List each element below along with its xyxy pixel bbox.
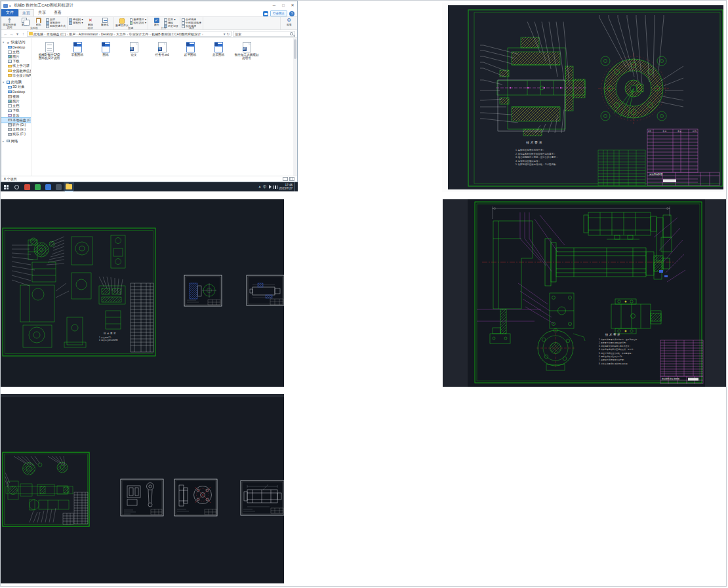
sidebar-item[interactable]: 3D 对象 (1, 85, 31, 89)
breadcrumb[interactable]: 此电脑本地磁盘 (C:)用户AdministratorDesktop大文件毕业设… (27, 31, 232, 37)
easy-access-button[interactable]: 轻松访问▾ (130, 22, 147, 25)
refresh-icon[interactable]: ↻ (226, 32, 230, 36)
recent-locations-chevron[interactable]: ▾ (15, 31, 20, 36)
sidebar-item[interactable]: 全国教师信息管理C (1, 68, 31, 73)
item-count: 8 个项目 (4, 177, 17, 182)
sidebar-item[interactable]: 音乐 (1, 113, 31, 117)
sidebar-item-icon (8, 100, 12, 103)
breadcrumb-item[interactable]: 用户 (69, 32, 79, 36)
file-item[interactable]: 起草图纸 (178, 42, 203, 56)
clock[interactable]: 17:46 2023/7/27 (279, 184, 293, 190)
options-button[interactable]: ⚙ 选项 (282, 18, 296, 26)
show-desktop-button[interactable] (294, 182, 296, 191)
copy-to-icon (69, 22, 72, 25)
sidebar-item[interactable]: 软件 (D:) (1, 123, 31, 127)
taskbar-app-2[interactable] (32, 182, 43, 191)
breadcrumb-item[interactable]: 本地磁盘 (C:) (47, 32, 69, 36)
search-box[interactable] (233, 31, 295, 37)
ribbon-group-organize: 移动到▾ 复制到▾ ✕ 删除 重命名 组织 (68, 17, 114, 29)
breadcrumb-item[interactable]: 大文件 (116, 32, 129, 36)
paste-button[interactable]: 粘贴 (31, 18, 45, 26)
navigation-pane: ▾ ★ 快速访问 Desktop (1, 38, 31, 176)
sidebar-item[interactable]: Desktop (1, 45, 31, 50)
file-item[interactable]: 总装图纸 (206, 42, 231, 56)
back-button[interactable]: ← (3, 32, 8, 36)
maximize-button[interactable]: □ (279, 1, 288, 10)
quick-access-header[interactable]: ▾ ★ 快速访问 (1, 40, 31, 45)
netdisk-login-button[interactable]: 登录网盘 (270, 10, 287, 16)
taskbar-app-3[interactable] (43, 182, 53, 191)
file-item[interactable]: 装配图纸 (65, 42, 90, 56)
details-view-icon[interactable] (283, 177, 288, 181)
sidebar-item[interactable]: 下载 (1, 108, 31, 113)
file-item[interactable]: 机械B-数控CAD图纸机设计说明 (37, 42, 62, 60)
copy-icon (22, 18, 27, 23)
qat-customize-icon[interactable]: ▾ (9, 4, 11, 8)
tab-view[interactable]: 查看 (50, 9, 66, 16)
breadcrumb-item[interactable]: 此电脑 (33, 32, 47, 36)
file-item[interactable]: 任务书.wd (150, 42, 174, 56)
properties-button[interactable]: ✓ 属性 (150, 18, 163, 26)
start-button[interactable] (1, 182, 11, 191)
volume-icon[interactable] (269, 185, 272, 189)
thumbnail-view-icon[interactable] (289, 177, 294, 181)
search-input[interactable] (235, 32, 290, 36)
bom-header-cell: 序号 (648, 130, 651, 132)
tray-chevron-up-icon[interactable]: ∧ (258, 185, 261, 189)
sidebar-item[interactable]: 图片 (1, 54, 31, 59)
sidebar-item[interactable]: 文档 (1, 104, 31, 108)
network-tray-icon[interactable] (273, 186, 277, 189)
file-item[interactable]: 论文 (121, 42, 146, 56)
copy-to-button[interactable]: 复制到▾ (69, 22, 83, 25)
sidebar-item[interactable]: 视频 (1, 94, 31, 99)
close-button[interactable]: ✕ (288, 1, 297, 10)
sidebar-item[interactable]: 毕业设计WPCF (1, 73, 31, 78)
copy-button[interactable]: 复制 (17, 18, 31, 26)
rename-button[interactable]: 重命名 (98, 18, 112, 26)
network-header[interactable]: ▸ 网络 (1, 138, 31, 144)
status-bar: 8 个项目 (1, 176, 297, 182)
file-name: 起草图纸 (184, 53, 196, 56)
taskbar-app-4[interactable] (53, 182, 64, 191)
sidebar-item[interactable]: 文档 (E:) (1, 127, 31, 132)
sidebar-item-icon (8, 128, 12, 131)
forward-button[interactable]: → (9, 32, 14, 36)
breadcrumb-item[interactable]: 毕业设计文件 (129, 32, 152, 36)
sidebar-item[interactable]: Desktop (1, 90, 31, 94)
file-icon (45, 42, 54, 52)
minimize-button[interactable]: ─ (270, 1, 279, 10)
sidebar-item[interactable]: 线上学习课 (1, 64, 31, 68)
sidebar-item[interactable]: 图片 (1, 99, 31, 104)
cortana-search-button[interactable] (11, 182, 22, 191)
tab-share[interactable]: 共享 (34, 9, 50, 16)
new-folder-button[interactable]: 新建文件夹 (115, 18, 129, 27)
cad-sheet-multiview: 技术要求 1. 未注倒角C1；2. 调质处理220-250HB。 (1, 199, 284, 387)
sidebar-item[interactable]: 下载 (1, 59, 31, 64)
breadcrumb-item[interactable]: 机械B 数控加工CAD图纸和机设计 (152, 32, 204, 36)
properties-icon: ✓ (154, 18, 159, 23)
tab-file[interactable]: 文件 (1, 9, 18, 16)
taskbar-explorer-button[interactable] (64, 182, 74, 191)
taskbar-app-1[interactable] (22, 182, 32, 191)
tech-requirements-title: 技术要求 (605, 333, 621, 336)
this-pc-header[interactable]: ▾ 此电脑 (1, 80, 31, 85)
sidebar-item[interactable]: 文档 (1, 50, 31, 54)
title-block-name: 减速器装配图 (649, 173, 662, 176)
address-folder-icon (29, 32, 33, 35)
file-item[interactable]: 数控加工大纲规划说明书 (234, 42, 259, 60)
delete-button[interactable]: ✕ 删除 (84, 18, 98, 26)
bom-header-cell: 数量 (678, 130, 681, 132)
breadcrumb-item[interactable]: Administrator (79, 32, 101, 36)
scrollbar-thumb[interactable] (294, 39, 296, 59)
breadcrumb-item[interactable]: Desktop (101, 32, 116, 36)
ribbon-group-select: 全部选择 全部取消选择 反向选择 选择 (180, 17, 203, 29)
ime-indicator[interactable]: 中 (263, 185, 267, 189)
scrollbar[interactable] (293, 38, 297, 176)
tab-home[interactable]: 主页 (18, 9, 34, 16)
file-item[interactable]: 图纸 (93, 42, 118, 56)
sidebar-item[interactable]: 娱乐 (F:) (1, 132, 31, 136)
sidebar-item[interactable]: 本地磁盘 (C:) (1, 118, 31, 123)
up-button[interactable]: ↑ (21, 32, 26, 36)
address-dropdown-chevron[interactable]: ▾ (224, 32, 226, 36)
help-icon[interactable]: ? (289, 11, 294, 16)
